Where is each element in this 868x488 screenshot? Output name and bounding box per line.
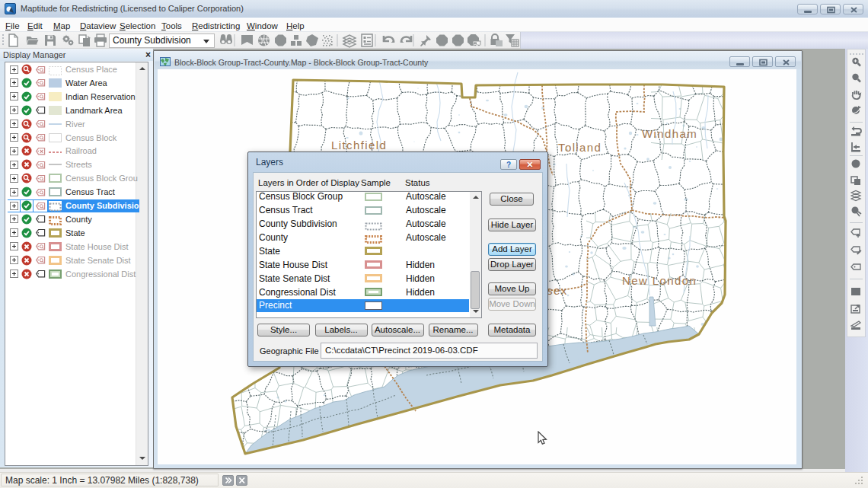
svg-text:Windham: Windham: [642, 127, 697, 140]
svg-text:New London: New London: [622, 274, 697, 287]
svg-text:Tolland: Tolland: [558, 141, 602, 154]
svg-text:sex: sex: [547, 284, 568, 297]
svg-text:Litchfield: Litchfield: [331, 139, 387, 152]
